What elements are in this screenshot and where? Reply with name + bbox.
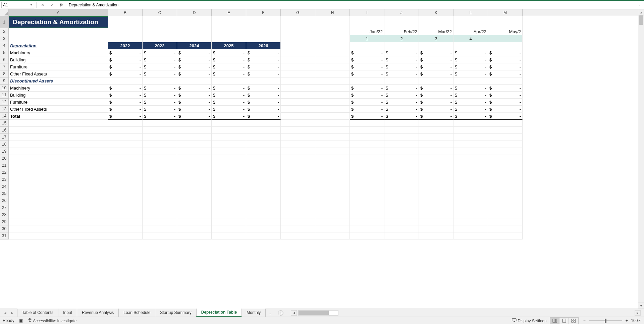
cell-K16[interactable] (419, 127, 453, 134)
cell-G11[interactable] (281, 92, 315, 99)
cell-E14[interactable]: $- (212, 113, 246, 120)
cell-F9[interactable] (246, 77, 281, 85)
cell-C5[interactable]: $- (143, 49, 177, 56)
cell-B27[interactable] (108, 204, 143, 211)
cell-M23[interactable] (488, 176, 523, 183)
cell-J8[interactable]: $- (384, 70, 419, 77)
column-header-M[interactable]: M (488, 9, 523, 16)
row-header-17[interactable]: 17 (0, 134, 9, 141)
cell-B3[interactable] (108, 35, 143, 42)
cell-D11[interactable]: $- (177, 92, 212, 99)
cell-J29[interactable] (384, 218, 419, 225)
cell-K23[interactable] (419, 176, 453, 183)
cell-I16[interactable] (350, 127, 384, 134)
cell-K15[interactable] (419, 120, 453, 127)
cell-G10[interactable] (281, 85, 315, 92)
cell-L29[interactable] (453, 218, 488, 225)
cell-H26[interactable] (315, 197, 350, 204)
formula-expand-icon[interactable]: ⌄ (636, 2, 643, 8)
cell-G31[interactable] (281, 232, 315, 239)
row-header-19[interactable]: 19 (0, 148, 9, 155)
cell-G28[interactable] (281, 211, 315, 218)
cell-M14[interactable]: $- (488, 113, 523, 120)
cell-K17[interactable] (419, 134, 453, 141)
cell-H23[interactable] (315, 176, 350, 183)
cell-I17[interactable] (350, 134, 384, 141)
cell-G23[interactable] (281, 176, 315, 183)
cell-G5[interactable] (281, 49, 315, 56)
cell-D15[interactable] (177, 120, 212, 127)
cell-G29[interactable] (281, 218, 315, 225)
cell-F2[interactable] (246, 28, 281, 35)
cell-I7[interactable]: $- (350, 63, 384, 70)
cell-K5[interactable]: $- (419, 49, 453, 56)
cell-G19[interactable] (281, 148, 315, 155)
cell-M3[interactable] (488, 35, 523, 42)
cell-B16[interactable] (108, 127, 143, 134)
cell-C30[interactable] (143, 225, 177, 232)
cell-F11[interactable]: $- (246, 92, 281, 99)
cell-J23[interactable] (384, 176, 419, 183)
cell-H2[interactable] (315, 28, 350, 35)
cell-G3[interactable] (281, 35, 315, 42)
cell-C21[interactable] (143, 162, 177, 169)
cell-A5[interactable]: Machinery (9, 49, 108, 56)
cell-B31[interactable] (108, 232, 143, 239)
cell-K21[interactable] (419, 162, 453, 169)
cell-J16[interactable] (384, 127, 419, 134)
column-header-C[interactable]: C (143, 9, 177, 16)
cell-J19[interactable] (384, 148, 419, 155)
cell-L22[interactable] (453, 169, 488, 176)
cell-M24[interactable] (488, 183, 523, 190)
cell-B28[interactable] (108, 211, 143, 218)
cell-K22[interactable] (419, 169, 453, 176)
zoom-in-button[interactable]: + (624, 318, 629, 323)
cell-A9[interactable]: Discontinued Assets (9, 77, 108, 85)
cell-B23[interactable] (108, 176, 143, 183)
cell-A6[interactable]: Building (9, 56, 108, 63)
cell-B10[interactable]: $- (108, 85, 143, 92)
cell-A2[interactable] (9, 28, 108, 35)
cell-M12[interactable]: $- (488, 99, 523, 106)
cell-L12[interactable]: $- (453, 99, 488, 106)
cell-L5[interactable]: $- (453, 49, 488, 56)
cell-M27[interactable] (488, 204, 523, 211)
cell-H20[interactable] (315, 155, 350, 162)
cell-L19[interactable] (453, 148, 488, 155)
cell-D23[interactable] (177, 176, 212, 183)
display-settings-button[interactable]: Display Settings (512, 318, 546, 323)
spreadsheet-grid[interactable]: ABCDEFGHIJKLM 12345678910111213141516171… (0, 9, 638, 309)
column-header-A[interactable]: A (9, 9, 108, 16)
cell-D21[interactable] (177, 162, 212, 169)
cell-I1[interactable] (350, 16, 384, 28)
cell-D6[interactable]: $- (177, 56, 212, 63)
cell-J30[interactable] (384, 225, 419, 232)
cell-G25[interactable] (281, 190, 315, 197)
cell-A18[interactable] (9, 141, 108, 148)
cell-G17[interactable] (281, 134, 315, 141)
cell-G22[interactable] (281, 169, 315, 176)
cell-J26[interactable] (384, 197, 419, 204)
cell-L3[interactable]: 4 (453, 35, 488, 42)
hscroll-thumb[interactable] (299, 311, 329, 315)
scroll-thumb[interactable] (639, 15, 643, 25)
cell-B2[interactable] (108, 28, 143, 35)
cell-M21[interactable] (488, 162, 523, 169)
cell-I25[interactable] (350, 190, 384, 197)
cell-I15[interactable] (350, 120, 384, 127)
cell-E8[interactable]: $- (212, 70, 246, 77)
cell-D12[interactable]: $- (177, 99, 212, 106)
cell-C20[interactable] (143, 155, 177, 162)
cell-D26[interactable] (177, 197, 212, 204)
cell-F4[interactable]: 2026 (246, 42, 281, 49)
cell-E29[interactable] (212, 218, 246, 225)
vertical-scrollbar[interactable]: ▲ ▼ (638, 9, 644, 309)
cell-B18[interactable] (108, 141, 143, 148)
cell-I2[interactable]: Jan/22 (350, 28, 384, 35)
cell-F10[interactable]: $- (246, 85, 281, 92)
cell-E11[interactable]: $- (212, 92, 246, 99)
cell-K27[interactable] (419, 204, 453, 211)
cell-A12[interactable]: Furniture (9, 99, 108, 106)
cell-F14[interactable]: $- (246, 113, 281, 120)
cell-D24[interactable] (177, 183, 212, 190)
